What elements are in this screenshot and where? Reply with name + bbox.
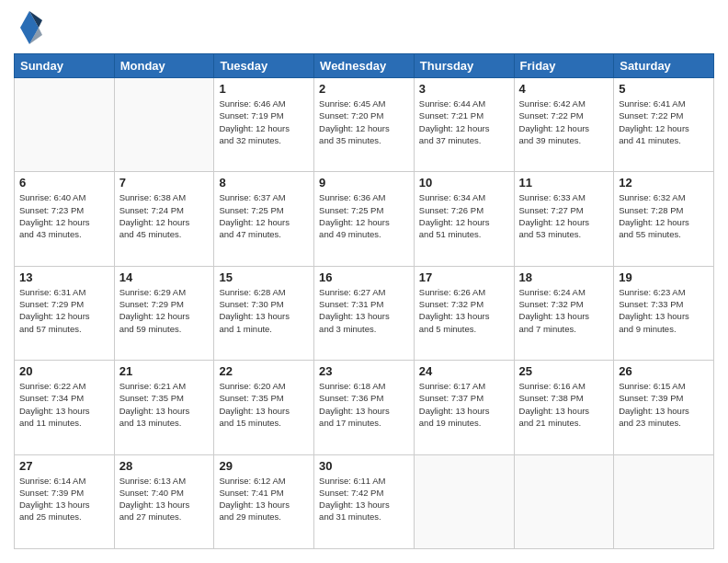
calendar-empty: [614, 454, 714, 548]
calendar-day-8: 8Sunrise: 6:37 AM Sunset: 7:25 PM Daylig…: [214, 172, 314, 266]
day-info: Sunrise: 6:34 AM Sunset: 7:26 PM Dayligh…: [419, 191, 509, 240]
day-info: Sunrise: 6:40 AM Sunset: 7:23 PM Dayligh…: [19, 191, 109, 240]
calendar-day-16: 16Sunrise: 6:27 AM Sunset: 7:31 PM Dayli…: [314, 266, 415, 360]
day-number: 13: [19, 270, 109, 284]
logo: [14, 14, 42, 44]
day-number: 16: [319, 270, 409, 284]
calendar-day-17: 17Sunrise: 6:26 AM Sunset: 7:32 PM Dayli…: [414, 266, 514, 360]
day-info: Sunrise: 6:16 AM Sunset: 7:38 PM Dayligh…: [519, 380, 609, 429]
day-number: 28: [119, 459, 210, 473]
day-info: Sunrise: 6:13 AM Sunset: 7:40 PM Dayligh…: [119, 475, 210, 523]
day-info: Sunrise: 6:33 AM Sunset: 7:27 PM Dayligh…: [519, 191, 609, 240]
day-info: Sunrise: 6:15 AM Sunset: 7:39 PM Dayligh…: [619, 380, 709, 429]
day-info: Sunrise: 6:24 AM Sunset: 7:32 PM Dayligh…: [519, 286, 609, 335]
calendar-header-thursday: Thursday: [414, 54, 514, 78]
day-number: 7: [119, 176, 210, 190]
calendar-day-10: 10Sunrise: 6:34 AM Sunset: 7:26 PM Dayli…: [414, 172, 514, 266]
calendar-day-21: 21Sunrise: 6:21 AM Sunset: 7:35 PM Dayli…: [114, 361, 214, 454]
calendar-day-1: 1Sunrise: 6:46 AM Sunset: 7:19 PM Daylig…: [214, 78, 314, 172]
day-info: Sunrise: 6:44 AM Sunset: 7:21 PM Dayligh…: [419, 98, 509, 146]
day-number: 24: [419, 364, 509, 378]
calendar-week-1: 1Sunrise: 6:46 AM Sunset: 7:19 PM Daylig…: [15, 78, 714, 172]
calendar-day-19: 19Sunrise: 6:23 AM Sunset: 7:33 PM Dayli…: [614, 266, 714, 360]
calendar-header-wednesday: Wednesday: [314, 54, 415, 78]
day-info: Sunrise: 6:37 AM Sunset: 7:25 PM Dayligh…: [219, 191, 309, 240]
header: [14, 14, 714, 44]
calendar-empty: [414, 454, 514, 548]
day-info: Sunrise: 6:29 AM Sunset: 7:29 PM Dayligh…: [119, 286, 210, 335]
calendar-day-11: 11Sunrise: 6:33 AM Sunset: 7:27 PM Dayli…: [514, 172, 614, 266]
calendar-day-26: 26Sunrise: 6:15 AM Sunset: 7:39 PM Dayli…: [614, 361, 714, 454]
day-info: Sunrise: 6:12 AM Sunset: 7:41 PM Dayligh…: [219, 475, 309, 523]
calendar-header-sunday: Sunday: [15, 54, 115, 78]
day-number: 2: [319, 82, 409, 96]
calendar-header-friday: Friday: [514, 54, 614, 78]
day-number: 14: [119, 270, 210, 284]
day-info: Sunrise: 6:41 AM Sunset: 7:22 PM Dayligh…: [619, 98, 709, 146]
day-number: 20: [19, 364, 109, 378]
calendar-day-12: 12Sunrise: 6:32 AM Sunset: 7:28 PM Dayli…: [614, 172, 714, 266]
day-number: 25: [519, 364, 609, 378]
day-number: 19: [619, 270, 709, 284]
day-number: 30: [319, 459, 409, 473]
calendar-header-row: SundayMondayTuesdayWednesdayThursdayFrid…: [15, 54, 714, 78]
day-info: Sunrise: 6:42 AM Sunset: 7:22 PM Dayligh…: [519, 98, 609, 146]
calendar-day-27: 27Sunrise: 6:14 AM Sunset: 7:39 PM Dayli…: [15, 454, 115, 548]
calendar-empty: [15, 78, 115, 172]
day-info: Sunrise: 6:23 AM Sunset: 7:33 PM Dayligh…: [619, 286, 709, 335]
day-number: 21: [119, 364, 210, 378]
calendar-empty: [514, 454, 614, 548]
day-number: 10: [419, 176, 509, 190]
calendar-empty: [114, 78, 214, 172]
day-info: Sunrise: 6:27 AM Sunset: 7:31 PM Dayligh…: [319, 286, 409, 335]
day-info: Sunrise: 6:36 AM Sunset: 7:25 PM Dayligh…: [319, 191, 409, 240]
calendar-day-13: 13Sunrise: 6:31 AM Sunset: 7:29 PM Dayli…: [15, 266, 115, 360]
calendar-day-20: 20Sunrise: 6:22 AM Sunset: 7:34 PM Dayli…: [15, 361, 115, 454]
day-number: 12: [619, 176, 709, 190]
calendar-day-7: 7Sunrise: 6:38 AM Sunset: 7:24 PM Daylig…: [114, 172, 214, 266]
day-info: Sunrise: 6:32 AM Sunset: 7:28 PM Dayligh…: [619, 191, 709, 240]
day-info: Sunrise: 6:14 AM Sunset: 7:39 PM Dayligh…: [19, 475, 109, 523]
calendar-day-3: 3Sunrise: 6:44 AM Sunset: 7:21 PM Daylig…: [414, 78, 514, 172]
calendar-header-tuesday: Tuesday: [214, 54, 314, 78]
day-info: Sunrise: 6:38 AM Sunset: 7:24 PM Dayligh…: [119, 191, 210, 240]
day-number: 17: [419, 270, 509, 284]
day-number: 6: [19, 176, 109, 190]
calendar-day-29: 29Sunrise: 6:12 AM Sunset: 7:41 PM Dayli…: [214, 454, 314, 548]
day-info: Sunrise: 6:21 AM Sunset: 7:35 PM Dayligh…: [119, 380, 210, 429]
day-number: 3: [419, 82, 509, 96]
calendar-day-14: 14Sunrise: 6:29 AM Sunset: 7:29 PM Dayli…: [114, 266, 214, 360]
day-info: Sunrise: 6:46 AM Sunset: 7:19 PM Dayligh…: [219, 98, 309, 146]
calendar-day-4: 4Sunrise: 6:42 AM Sunset: 7:22 PM Daylig…: [514, 78, 614, 172]
calendar-day-28: 28Sunrise: 6:13 AM Sunset: 7:40 PM Dayli…: [114, 454, 214, 548]
day-number: 9: [319, 176, 409, 190]
day-number: 26: [619, 364, 709, 378]
day-info: Sunrise: 6:20 AM Sunset: 7:35 PM Dayligh…: [219, 380, 309, 429]
day-info: Sunrise: 6:17 AM Sunset: 7:37 PM Dayligh…: [419, 380, 509, 429]
calendar-week-5: 27Sunrise: 6:14 AM Sunset: 7:39 PM Dayli…: [15, 454, 714, 548]
day-number: 11: [519, 176, 609, 190]
day-info: Sunrise: 6:45 AM Sunset: 7:20 PM Dayligh…: [319, 98, 409, 146]
day-info: Sunrise: 6:22 AM Sunset: 7:34 PM Dayligh…: [19, 380, 109, 429]
day-number: 27: [19, 459, 109, 473]
page: SundayMondayTuesdayWednesdayThursdayFrid…: [0, 0, 728, 563]
day-number: 1: [219, 82, 309, 96]
calendar-day-9: 9Sunrise: 6:36 AM Sunset: 7:25 PM Daylig…: [314, 172, 415, 266]
calendar-day-22: 22Sunrise: 6:20 AM Sunset: 7:35 PM Dayli…: [214, 361, 314, 454]
day-info: Sunrise: 6:28 AM Sunset: 7:30 PM Dayligh…: [219, 286, 309, 335]
calendar-week-3: 13Sunrise: 6:31 AM Sunset: 7:29 PM Dayli…: [15, 266, 714, 360]
calendar-day-18: 18Sunrise: 6:24 AM Sunset: 7:32 PM Dayli…: [514, 266, 614, 360]
calendar-day-25: 25Sunrise: 6:16 AM Sunset: 7:38 PM Dayli…: [514, 361, 614, 454]
day-info: Sunrise: 6:11 AM Sunset: 7:42 PM Dayligh…: [319, 475, 409, 523]
calendar-day-30: 30Sunrise: 6:11 AM Sunset: 7:42 PM Dayli…: [314, 454, 415, 548]
calendar-week-2: 6Sunrise: 6:40 AM Sunset: 7:23 PM Daylig…: [15, 172, 714, 266]
calendar-day-5: 5Sunrise: 6:41 AM Sunset: 7:22 PM Daylig…: [614, 78, 714, 172]
calendar-week-4: 20Sunrise: 6:22 AM Sunset: 7:34 PM Dayli…: [15, 361, 714, 454]
day-number: 18: [519, 270, 609, 284]
day-number: 29: [219, 459, 309, 473]
day-info: Sunrise: 6:18 AM Sunset: 7:36 PM Dayligh…: [319, 380, 409, 429]
calendar-day-15: 15Sunrise: 6:28 AM Sunset: 7:30 PM Dayli…: [214, 266, 314, 360]
day-number: 8: [219, 176, 309, 190]
day-info: Sunrise: 6:31 AM Sunset: 7:29 PM Dayligh…: [19, 286, 109, 335]
calendar-header-saturday: Saturday: [614, 54, 714, 78]
